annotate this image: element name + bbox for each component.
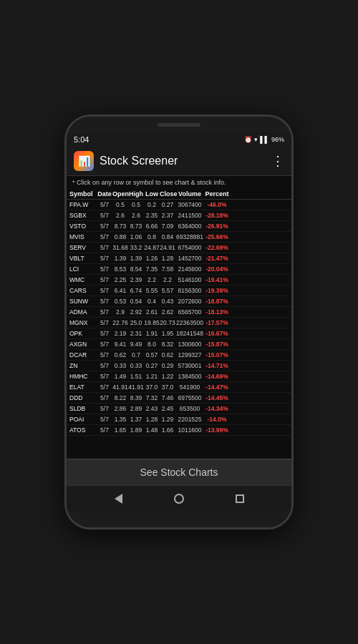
data-cell: 1.89 (128, 426, 144, 434)
data-cell: 0.33 (128, 362, 144, 369)
app-header: 📊 Stock Screener ⋮ (67, 147, 291, 176)
data-cell: 0.57 (144, 351, 160, 358)
data-cell: 8.53 (112, 265, 128, 273)
table-row[interactable]: ADMA5/72.92.922.612.626565700-18.13% (67, 307, 291, 318)
phone-speaker (158, 123, 200, 127)
col-open: Open (112, 190, 128, 197)
data-cell: 1.48 (144, 426, 160, 434)
data-cell: 5/7 (97, 244, 112, 251)
data-cell: 6.66 (144, 223, 160, 230)
recents-icon (236, 494, 244, 503)
symbol-cell: POAI (69, 416, 97, 423)
data-cell: 37.0 (144, 384, 160, 391)
table-row[interactable]: AXGN5/79.419.498.08.321300600-15.87% (67, 339, 291, 350)
data-cell: 0.29 (160, 362, 175, 369)
data-cell: 2.25 (112, 276, 128, 283)
col-low: Low (144, 190, 160, 197)
col-close: Close (160, 190, 175, 197)
percent-cell: -14.45% (204, 394, 230, 401)
percent-cell: -15.07% (204, 351, 230, 358)
app-header-left: 📊 Stock Screener (74, 151, 178, 171)
symbol-cell: VSTO (69, 223, 97, 230)
back-button[interactable] (107, 488, 129, 509)
table-row[interactable]: ATOS5/71.651.891.481.661011600-13.99% (67, 425, 291, 436)
data-cell: 0.43 (160, 298, 175, 305)
data-cell: 5/7 (97, 276, 112, 283)
data-cell: 2.2 (144, 276, 160, 283)
table-row[interactable]: SUNW5/70.530.540.40.432072600-18.87% (67, 296, 291, 307)
data-cell: 1300600 (175, 341, 204, 348)
table-row[interactable]: DCAR5/70.620.70.570.621299327-15.07% (67, 350, 291, 361)
data-cell: 2201525 (175, 416, 204, 423)
table-row[interactable]: ZN5/70.330.330.270.295730001-14.71% (67, 361, 291, 371)
see-stock-charts-button[interactable]: See Stock Charts (67, 459, 291, 486)
data-cell: 5/7 (97, 351, 112, 358)
table-row[interactable]: MGNX5/722.7625.019.8520.7322363500-17.57… (67, 318, 291, 328)
data-cell: 1.06 (128, 233, 144, 240)
percent-cell: -17.57% (204, 319, 230, 326)
symbol-cell: AXGN (69, 341, 97, 348)
table-row[interactable]: FPA.W5/70.50.50.20.273067400-46.0% (67, 200, 291, 210)
data-cell: 2.6 (128, 212, 144, 219)
data-cell: 8.73 (128, 223, 144, 230)
data-cell: 2411500 (175, 212, 204, 219)
data-cell: 1.37 (128, 416, 144, 423)
table-row[interactable]: LCI5/78.538.547.357.582145600-20.04% (67, 264, 291, 275)
recents-button[interactable] (229, 488, 251, 509)
phone-top-notch (67, 117, 291, 132)
data-cell: 2145600 (175, 265, 204, 273)
data-cell: 5/7 (97, 405, 112, 412)
data-cell: 7.46 (160, 394, 175, 401)
symbol-cell: SUNW (69, 298, 97, 305)
symbol-cell: SGBX (69, 212, 97, 219)
data-cell: 5/7 (97, 223, 112, 230)
symbol-cell: MGNX (69, 319, 97, 326)
data-cell: 31.68 (112, 244, 128, 251)
data-cell: 5/7 (97, 384, 112, 391)
data-cell: 0.4 (144, 298, 160, 305)
data-cell: 0.53 (112, 298, 128, 305)
data-cell: 2.19 (112, 330, 128, 337)
percent-cell: -13.99% (204, 426, 230, 434)
data-cell: 1.39 (128, 255, 144, 262)
home-icon (174, 494, 184, 504)
table-row[interactable]: VBLT5/71.391.391.261.281452700-21.47% (67, 253, 291, 264)
data-cell: 1.35 (112, 416, 128, 423)
symbol-cell: FPA.W (69, 201, 97, 208)
data-cell: 0.27 (160, 201, 175, 208)
data-cell: 6364000 (175, 223, 204, 230)
main-content: * Click on any row or symbol to see char… (67, 176, 291, 486)
data-cell: 541900 (175, 384, 204, 391)
table-row[interactable]: MVIS5/70.881.060.80.8469328881-25.66% (67, 232, 291, 243)
table-row[interactable]: VSTO5/78.738.736.667.096364000-26.91% (67, 221, 291, 232)
data-cell: 2.2 (160, 276, 175, 283)
table-row[interactable]: HMHC5/71.491.511.211.221384500-14.69% (67, 371, 291, 382)
table-row[interactable]: SGBX5/72.62.62.352.372411500-28.18% (67, 210, 291, 221)
data-cell: 41.91 (112, 384, 128, 391)
table-row[interactable]: POAI5/71.351.371.281.292201525-14.0% (67, 414, 291, 425)
symbol-cell: WMC (69, 276, 97, 283)
table-row[interactable]: ELAT5/741.9141.9137.037.0541900-14.47% (67, 382, 291, 393)
data-cell: 41.91 (128, 384, 144, 391)
table-row[interactable]: WMC5/72.252.392.22.25146100-19.41% (67, 275, 291, 286)
data-cell: 0.84 (160, 233, 175, 240)
data-cell: 5/7 (97, 362, 112, 369)
data-cell: 7.32 (144, 394, 160, 401)
table-row[interactable]: CARS5/76.416.745.555.578156300-19.39% (67, 286, 291, 296)
percent-cell: -15.87% (204, 341, 230, 348)
table-row[interactable]: OPK5/72.192.311.911.9518241548-16.67% (67, 328, 291, 339)
home-button[interactable] (168, 488, 190, 509)
percent-cell: -25.66% (204, 233, 230, 240)
data-cell: 8.54 (128, 265, 144, 273)
phone-screen: 5:04 ⏰ ▾ ▌▌ 96% 📊 Stock Screener ⋮ * Cli… (67, 132, 291, 512)
data-cell: 5/7 (97, 308, 112, 316)
overflow-menu-icon[interactable]: ⋮ (271, 153, 284, 169)
percent-cell: -19.39% (204, 287, 230, 294)
data-cell: 1452700 (175, 255, 204, 262)
data-cell: 6.41 (112, 287, 128, 294)
table-row[interactable]: SERV5/731.6833.224.8724.916754000-22.69% (67, 243, 291, 253)
table-row[interactable]: DDD5/78.228.397.327.466975500-14.45% (67, 393, 291, 404)
table-row[interactable]: SLDB5/72.862.892.432.45653500-14.34% (67, 404, 291, 414)
percent-cell: -46.0% (204, 201, 230, 208)
data-cell: 6975500 (175, 394, 204, 401)
